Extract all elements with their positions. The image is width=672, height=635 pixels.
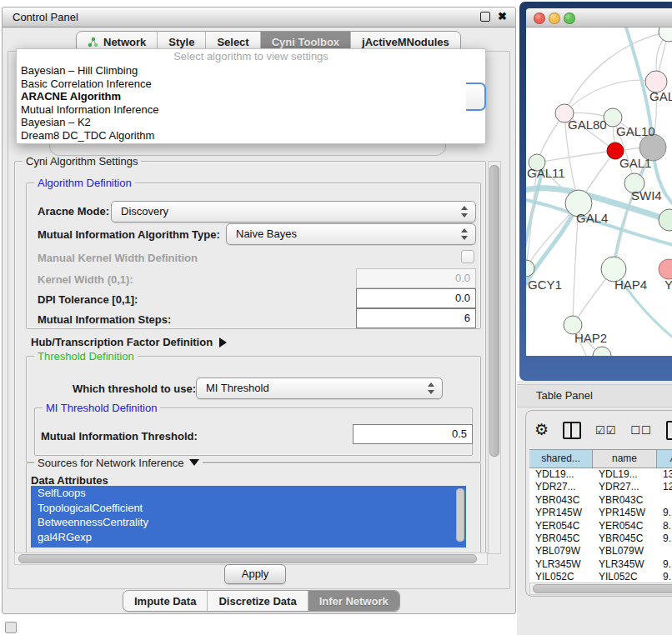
algorithm-option[interactable]: Dream8 DC_TDC Algorithm <box>17 129 485 142</box>
table-cell: 8. <box>657 520 672 532</box>
tab-label: Select <box>217 36 248 48</box>
algorithm-option[interactable]: Bayesian – Hill Climbing <box>17 64 485 78</box>
tab-label: Style <box>168 36 194 48</box>
mi-type-value: Naive Bayes <box>236 228 297 240</box>
close-icon[interactable]: ✖ <box>498 10 507 22</box>
table-cell: 9. <box>657 507 672 519</box>
node-label: GAL80 <box>568 118 607 132</box>
network-window-titlebar[interactable] <box>526 8 672 28</box>
dpi-tolerance-value: 0.0 <box>455 292 470 304</box>
table-cell: YDL19... <box>593 468 657 481</box>
scrollbar-thumb[interactable] <box>18 554 477 563</box>
table-cell: YPR145W <box>529 507 593 519</box>
mi-steps-label: Mutual Information Steps: <box>38 313 171 326</box>
tab-label: Discretize Data <box>218 595 296 608</box>
hub-definition-label: Hub/Transcription Factor Definition <box>31 336 213 348</box>
node-label: GAL10 <box>616 124 655 138</box>
column-header-a[interactable]: A <box>657 450 672 468</box>
mi-type-combobox[interactable]: Naive Bayes <box>226 223 476 245</box>
list-scrollbar[interactable] <box>456 488 464 542</box>
network-node[interactable] <box>659 209 672 231</box>
float-window-icon[interactable] <box>480 12 490 22</box>
network-node[interactable] <box>659 259 672 279</box>
table-cell: 13 <box>657 468 672 481</box>
dpi-tolerance-field[interactable]: 0.0 <box>356 288 476 308</box>
algorithm-combobox-edge[interactable] <box>466 82 486 111</box>
scrollbar-thumb[interactable] <box>533 584 672 593</box>
attribute-item[interactable]: TopologicalCoefficient <box>31 501 466 516</box>
table-cell: YBR043C <box>529 494 593 507</box>
select-all-icon[interactable]: ☑☑ <box>595 424 616 437</box>
table-toolbar: ⚙☑☑☐☐ <box>534 418 672 442</box>
settings-vertical-scrollbar[interactable] <box>488 161 501 554</box>
expand-arrow-icon <box>219 338 227 348</box>
tab-infer-network[interactable]: Infer Network <box>308 591 399 611</box>
table-cell: YER054C <box>593 520 657 532</box>
algorithm-option[interactable]: Mutual Information Inference <box>17 103 485 117</box>
network-node[interactable] <box>659 28 672 42</box>
aracne-mode-combobox[interactable]: Discovery <box>111 201 476 222</box>
table-cell: YER054C <box>529 520 593 532</box>
kernel-width-field[interactable]: 0.0 <box>356 268 476 288</box>
tab-label: Impute Data <box>134 595 196 608</box>
network-canvas[interactable]: GALGAL80GAL10GAL1GAL11SWI4GAL4GCY1HAP4YH… <box>526 28 672 356</box>
tab-label: Cyni Toolbox <box>272 36 339 48</box>
manual-kernel-checkbox[interactable] <box>461 250 474 263</box>
group-title: Cyni Algorithm Settings <box>23 155 141 168</box>
attribute-item[interactable]: BetweennessCentrality <box>31 515 466 530</box>
network-edge <box>651 352 672 356</box>
table-row[interactable]: YPR145WYPR145W9. <box>529 507 672 519</box>
table-row[interactable]: YBR045CYBR045C9. <box>529 532 672 545</box>
table-cell: YBL079W <box>529 545 593 558</box>
algorithm-option[interactable]: Basic Correlation Inference <box>17 78 485 91</box>
tab-discretize-data[interactable]: Discretize Data <box>207 591 307 611</box>
table-row[interactable]: YDR27...YDR27...12 <box>529 481 672 493</box>
stepper-arrows-icon <box>461 228 468 240</box>
column-header-shared[interactable]: shared... <box>529 450 593 468</box>
mi-steps-value: 6 <box>464 312 470 324</box>
table-horizontal-scrollbar[interactable] <box>529 582 672 595</box>
which-threshold-value: MI Threshold <box>206 382 269 394</box>
network-node[interactable] <box>593 347 611 356</box>
close-traffic-light-icon[interactable] <box>534 12 545 24</box>
sources-toggle[interactable]: Sources for Network Inference <box>34 457 203 469</box>
settings-gear-icon[interactable]: ⚙ <box>534 422 549 438</box>
settings-horizontal-scrollbar[interactable] <box>14 552 488 565</box>
table-cell: YDR27... <box>593 481 657 493</box>
algorithm-dropdown-list: Select algorithm to view settings Bayesi… <box>16 48 486 144</box>
tab-impute-data[interactable]: Impute Data <box>123 591 207 611</box>
table-cell: YDR27... <box>529 481 593 493</box>
minimize-traffic-light-icon[interactable] <box>549 12 560 24</box>
import-table-icon[interactable] <box>666 421 672 440</box>
group-title: Threshold Definition <box>34 350 138 362</box>
mi-steps-field[interactable]: 6 <box>356 308 476 328</box>
dropdown-prompt: Select algorithm to view settings <box>17 49 485 64</box>
node-label: GAL11 <box>527 166 565 180</box>
attribute-item[interactable]: gal4RGexp <box>31 530 466 545</box>
table-row[interactable]: YDL19...YDL19...13 <box>529 468 672 481</box>
maximize-traffic-light-icon[interactable] <box>564 12 575 24</box>
node-label: GCY1 <box>528 278 562 292</box>
table-panel-title: Table Panel <box>536 389 593 402</box>
collapse-arrow-icon <box>189 459 199 466</box>
table-cell: YLR345W <box>529 558 593 571</box>
aracne-mode-value: Discovery <box>121 205 168 218</box>
collapsed-panel-icon[interactable] <box>5 622 17 633</box>
attribute-item[interactable]: SelfLoops <box>31 486 466 501</box>
group-title: MI Threshold Definition <box>43 402 160 414</box>
deselect-all-icon[interactable]: ☐☐ <box>630 424 651 437</box>
table-row[interactable]: YER054CYER054C8. <box>529 520 672 532</box>
table-row[interactable]: YBR043CYBR043C <box>529 494 672 507</box>
table-cell: YBR045C <box>529 532 593 545</box>
algorithm-option[interactable]: Bayesian – K2 <box>17 116 485 129</box>
apply-button[interactable]: Apply <box>224 564 286 584</box>
column-header-name[interactable]: name <box>593 450 657 468</box>
hub-definition-toggle[interactable]: Hub/Transcription Factor Definition <box>31 336 227 348</box>
mi-threshold-field[interactable]: 0.5 <box>353 424 473 444</box>
scrollbar-thumb[interactable] <box>489 165 499 457</box>
which-threshold-combobox[interactable]: MI Threshold <box>196 378 443 399</box>
table-row[interactable]: YBL079WYBL079W <box>529 545 672 558</box>
split-panel-icon[interactable] <box>563 422 581 439</box>
table-row[interactable]: YLR345WYLR345W9. <box>529 558 672 571</box>
algorithm-option[interactable]: ARACNE Algorithm <box>17 90 485 103</box>
